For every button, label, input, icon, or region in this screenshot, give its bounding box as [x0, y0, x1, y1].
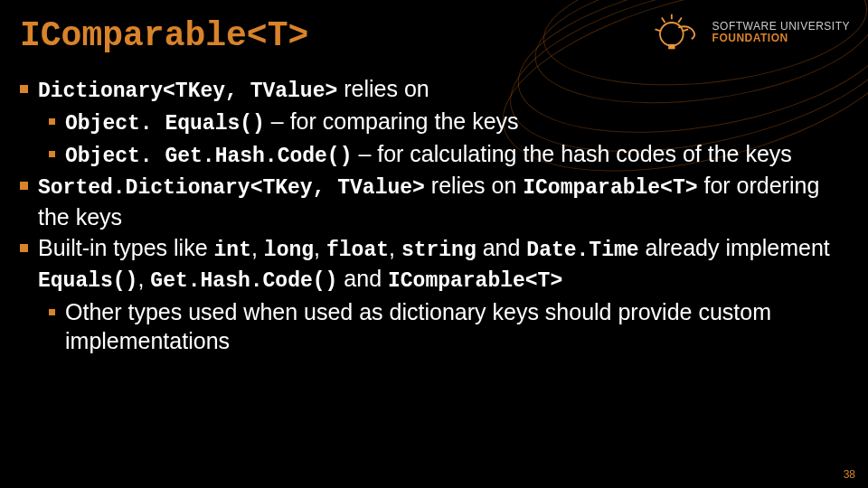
slide-content: Dictionary<TKey, TValue> relies on Objec…: [20, 74, 843, 356]
logo: SOFTWARE UNIVERSITY FOUNDATION: [655, 13, 850, 52]
slide-title: IComparable<T>: [20, 16, 308, 55]
bullet-1-sub-1: Object. Equals() – for comparing the key…: [20, 107, 843, 137]
bullet-1: Dictionary<TKey, TValue> relies on: [20, 74, 843, 105]
bullet-3: Built-in types like int, long, float, st…: [20, 233, 843, 296]
lightbulb-icon: [655, 13, 705, 52]
bullet-3-sub-1: Other types used when used as dictionary…: [20, 297, 843, 355]
svg-rect-1: [668, 44, 675, 50]
logo-line2: FOUNDATION: [712, 33, 850, 44]
bullet-1-sub-2: Object. Get.Hash.Code() – for calculatin…: [20, 139, 843, 170]
svg-point-0: [660, 23, 684, 46]
bullet-2: Sorted.Dictionary<TKey, TValue> relies o…: [20, 171, 843, 230]
page-number: 38: [844, 468, 855, 481]
